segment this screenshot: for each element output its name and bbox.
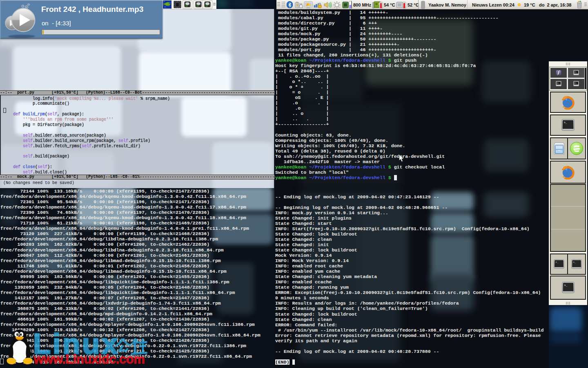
svg-text:>-: >- [574, 82, 577, 85]
svg-text:>_: >_ [564, 121, 567, 124]
svg-text:>_: >_ [573, 261, 576, 264]
svg-text:>_: >_ [564, 284, 567, 287]
svg-text:>_: >_ [556, 261, 559, 264]
svg-text:>-: >- [574, 71, 577, 74]
svg-text:>-: >- [557, 82, 559, 85]
